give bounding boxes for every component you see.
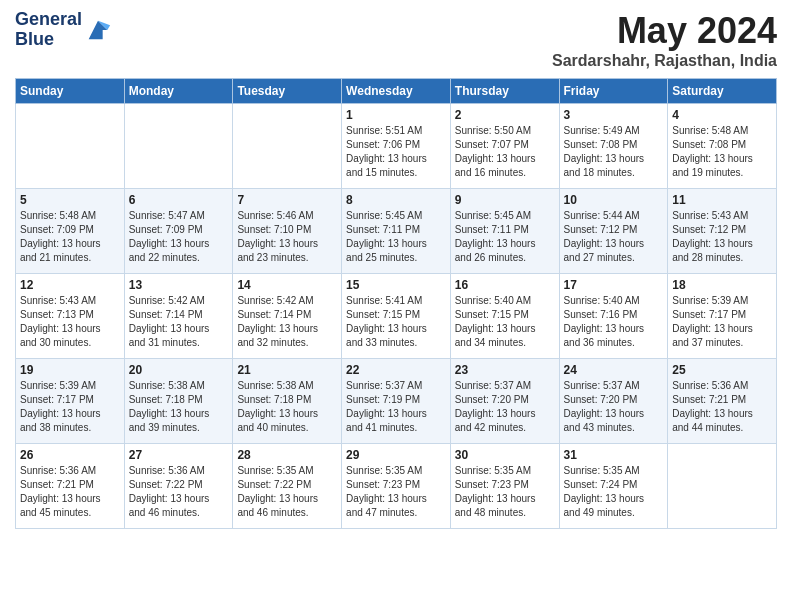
day-header-thursday: Thursday [450,79,559,104]
day-info: Sunrise: 5:35 AM Sunset: 7:23 PM Dayligh… [346,465,427,518]
calendar-cell: 5Sunrise: 5:48 AM Sunset: 7:09 PM Daylig… [16,189,125,274]
day-number: 12 [20,278,120,292]
logo-icon [84,16,112,44]
day-number: 28 [237,448,337,462]
day-number: 29 [346,448,446,462]
day-number: 2 [455,108,555,122]
day-number: 25 [672,363,772,377]
calendar-week-2: 5Sunrise: 5:48 AM Sunset: 7:09 PM Daylig… [16,189,777,274]
day-number: 22 [346,363,446,377]
calendar-cell: 25Sunrise: 5:36 AM Sunset: 7:21 PM Dayli… [668,359,777,444]
day-number: 18 [672,278,772,292]
day-header-monday: Monday [124,79,233,104]
day-info: Sunrise: 5:49 AM Sunset: 7:08 PM Dayligh… [564,125,645,178]
day-info: Sunrise: 5:35 AM Sunset: 7:22 PM Dayligh… [237,465,318,518]
logo-text: GeneralBlue [15,10,82,50]
calendar-cell: 9Sunrise: 5:45 AM Sunset: 7:11 PM Daylig… [450,189,559,274]
day-info: Sunrise: 5:36 AM Sunset: 7:21 PM Dayligh… [20,465,101,518]
day-info: Sunrise: 5:43 AM Sunset: 7:13 PM Dayligh… [20,295,101,348]
day-info: Sunrise: 5:41 AM Sunset: 7:15 PM Dayligh… [346,295,427,348]
calendar-week-5: 26Sunrise: 5:36 AM Sunset: 7:21 PM Dayli… [16,444,777,529]
day-number: 14 [237,278,337,292]
calendar-cell: 13Sunrise: 5:42 AM Sunset: 7:14 PM Dayli… [124,274,233,359]
calendar-cell: 20Sunrise: 5:38 AM Sunset: 7:18 PM Dayli… [124,359,233,444]
day-number: 9 [455,193,555,207]
day-info: Sunrise: 5:50 AM Sunset: 7:07 PM Dayligh… [455,125,536,178]
day-header-tuesday: Tuesday [233,79,342,104]
calendar-cell: 29Sunrise: 5:35 AM Sunset: 7:23 PM Dayli… [342,444,451,529]
day-info: Sunrise: 5:36 AM Sunset: 7:21 PM Dayligh… [672,380,753,433]
day-info: Sunrise: 5:37 AM Sunset: 7:20 PM Dayligh… [564,380,645,433]
calendar-cell: 16Sunrise: 5:40 AM Sunset: 7:15 PM Dayli… [450,274,559,359]
day-number: 24 [564,363,664,377]
day-number: 13 [129,278,229,292]
day-info: Sunrise: 5:42 AM Sunset: 7:14 PM Dayligh… [129,295,210,348]
calendar-week-1: 1Sunrise: 5:51 AM Sunset: 7:06 PM Daylig… [16,104,777,189]
day-info: Sunrise: 5:35 AM Sunset: 7:23 PM Dayligh… [455,465,536,518]
day-info: Sunrise: 5:36 AM Sunset: 7:22 PM Dayligh… [129,465,210,518]
calendar-cell: 15Sunrise: 5:41 AM Sunset: 7:15 PM Dayli… [342,274,451,359]
title-area: May 2024 Sardarshahr, Rajasthan, India [552,10,777,70]
calendar-cell: 17Sunrise: 5:40 AM Sunset: 7:16 PM Dayli… [559,274,668,359]
day-header-wednesday: Wednesday [342,79,451,104]
calendar-cell: 18Sunrise: 5:39 AM Sunset: 7:17 PM Dayli… [668,274,777,359]
day-info: Sunrise: 5:42 AM Sunset: 7:14 PM Dayligh… [237,295,318,348]
day-number: 5 [20,193,120,207]
calendar-cell: 12Sunrise: 5:43 AM Sunset: 7:13 PM Dayli… [16,274,125,359]
day-info: Sunrise: 5:46 AM Sunset: 7:10 PM Dayligh… [237,210,318,263]
calendar-cell: 7Sunrise: 5:46 AM Sunset: 7:10 PM Daylig… [233,189,342,274]
day-number: 26 [20,448,120,462]
day-header-friday: Friday [559,79,668,104]
day-info: Sunrise: 5:51 AM Sunset: 7:06 PM Dayligh… [346,125,427,178]
calendar-cell: 2Sunrise: 5:50 AM Sunset: 7:07 PM Daylig… [450,104,559,189]
calendar-cell [233,104,342,189]
day-info: Sunrise: 5:38 AM Sunset: 7:18 PM Dayligh… [129,380,210,433]
day-info: Sunrise: 5:40 AM Sunset: 7:15 PM Dayligh… [455,295,536,348]
calendar-cell: 24Sunrise: 5:37 AM Sunset: 7:20 PM Dayli… [559,359,668,444]
day-info: Sunrise: 5:39 AM Sunset: 7:17 PM Dayligh… [672,295,753,348]
day-info: Sunrise: 5:48 AM Sunset: 7:08 PM Dayligh… [672,125,753,178]
day-info: Sunrise: 5:37 AM Sunset: 7:20 PM Dayligh… [455,380,536,433]
day-info: Sunrise: 5:45 AM Sunset: 7:11 PM Dayligh… [455,210,536,263]
calendar-cell: 4Sunrise: 5:48 AM Sunset: 7:08 PM Daylig… [668,104,777,189]
day-header-row: SundayMondayTuesdayWednesdayThursdayFrid… [16,79,777,104]
day-info: Sunrise: 5:48 AM Sunset: 7:09 PM Dayligh… [20,210,101,263]
day-number: 11 [672,193,772,207]
day-info: Sunrise: 5:37 AM Sunset: 7:19 PM Dayligh… [346,380,427,433]
calendar-cell: 8Sunrise: 5:45 AM Sunset: 7:11 PM Daylig… [342,189,451,274]
day-number: 27 [129,448,229,462]
month-title: May 2024 [552,10,777,52]
calendar-cell: 10Sunrise: 5:44 AM Sunset: 7:12 PM Dayli… [559,189,668,274]
calendar-cell: 11Sunrise: 5:43 AM Sunset: 7:12 PM Dayli… [668,189,777,274]
calendar-cell: 14Sunrise: 5:42 AM Sunset: 7:14 PM Dayli… [233,274,342,359]
calendar-cell: 3Sunrise: 5:49 AM Sunset: 7:08 PM Daylig… [559,104,668,189]
day-info: Sunrise: 5:44 AM Sunset: 7:12 PM Dayligh… [564,210,645,263]
day-info: Sunrise: 5:40 AM Sunset: 7:16 PM Dayligh… [564,295,645,348]
calendar-cell: 6Sunrise: 5:47 AM Sunset: 7:09 PM Daylig… [124,189,233,274]
day-number: 31 [564,448,664,462]
calendar-cell: 27Sunrise: 5:36 AM Sunset: 7:22 PM Dayli… [124,444,233,529]
day-number: 7 [237,193,337,207]
day-info: Sunrise: 5:47 AM Sunset: 7:09 PM Dayligh… [129,210,210,263]
calendar-cell: 1Sunrise: 5:51 AM Sunset: 7:06 PM Daylig… [342,104,451,189]
day-number: 30 [455,448,555,462]
calendar-cell: 26Sunrise: 5:36 AM Sunset: 7:21 PM Dayli… [16,444,125,529]
day-number: 20 [129,363,229,377]
calendar-cell: 22Sunrise: 5:37 AM Sunset: 7:19 PM Dayli… [342,359,451,444]
calendar-table: SundayMondayTuesdayWednesdayThursdayFrid… [15,78,777,529]
day-number: 6 [129,193,229,207]
calendar-cell: 21Sunrise: 5:38 AM Sunset: 7:18 PM Dayli… [233,359,342,444]
header: GeneralBlue May 2024 Sardarshahr, Rajast… [15,10,777,70]
day-number: 3 [564,108,664,122]
day-number: 4 [672,108,772,122]
calendar-cell [668,444,777,529]
day-info: Sunrise: 5:39 AM Sunset: 7:17 PM Dayligh… [20,380,101,433]
day-number: 19 [20,363,120,377]
calendar-cell [124,104,233,189]
day-number: 16 [455,278,555,292]
calendar-cell: 28Sunrise: 5:35 AM Sunset: 7:22 PM Dayli… [233,444,342,529]
day-header-saturday: Saturday [668,79,777,104]
logo: GeneralBlue [15,10,112,50]
day-info: Sunrise: 5:45 AM Sunset: 7:11 PM Dayligh… [346,210,427,263]
day-number: 23 [455,363,555,377]
